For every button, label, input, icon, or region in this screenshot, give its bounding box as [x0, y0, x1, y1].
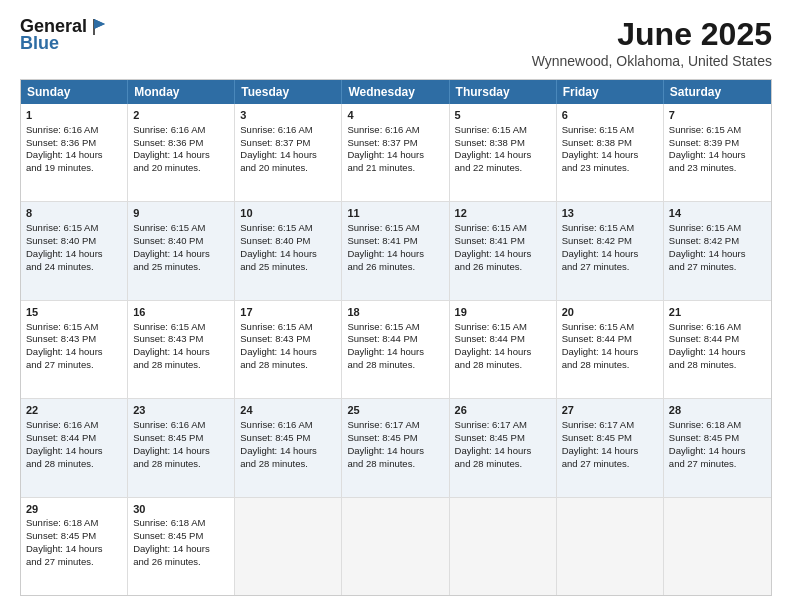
day-cell-21: 21Sunrise: 6:16 AMSunset: 8:44 PMDayligh… — [664, 301, 771, 398]
day-number: 6 — [562, 108, 658, 123]
calendar-body: 1Sunrise: 6:16 AMSunset: 8:36 PMDaylight… — [21, 104, 771, 595]
day-info-line: Daylight: 14 hours — [562, 346, 658, 359]
calendar-row-4: 22Sunrise: 6:16 AMSunset: 8:44 PMDayligh… — [21, 399, 771, 497]
day-info-line: and 28 minutes. — [562, 359, 658, 372]
day-info-line: Sunrise: 6:15 AM — [669, 222, 766, 235]
day-number: 28 — [669, 403, 766, 418]
day-info-line: and 24 minutes. — [26, 261, 122, 274]
header-day-sunday: Sunday — [21, 80, 128, 104]
day-info-line: Sunrise: 6:16 AM — [133, 419, 229, 432]
day-info-line: Daylight: 14 hours — [455, 248, 551, 261]
day-info-line: Daylight: 14 hours — [562, 445, 658, 458]
calendar-row-5: 29Sunrise: 6:18 AMSunset: 8:45 PMDayligh… — [21, 498, 771, 595]
day-info-line: Daylight: 14 hours — [26, 445, 122, 458]
day-info-line: Sunset: 8:45 PM — [562, 432, 658, 445]
day-number: 29 — [26, 502, 122, 517]
day-info-line: Sunset: 8:36 PM — [133, 137, 229, 150]
day-cell-28: 28Sunrise: 6:18 AMSunset: 8:45 PMDayligh… — [664, 399, 771, 496]
day-info-line: Sunrise: 6:18 AM — [669, 419, 766, 432]
day-info-line: Sunrise: 6:15 AM — [455, 124, 551, 137]
day-info-line: Sunset: 8:45 PM — [455, 432, 551, 445]
day-info-line: Sunrise: 6:16 AM — [26, 419, 122, 432]
day-info-line: Sunrise: 6:15 AM — [455, 321, 551, 334]
day-number: 19 — [455, 305, 551, 320]
day-info-line: Sunrise: 6:18 AM — [133, 517, 229, 530]
day-info-line: Sunrise: 6:17 AM — [455, 419, 551, 432]
day-info-line: Daylight: 14 hours — [133, 149, 229, 162]
empty-cell — [664, 498, 771, 595]
day-cell-24: 24Sunrise: 6:16 AMSunset: 8:45 PMDayligh… — [235, 399, 342, 496]
day-info-line: Sunset: 8:42 PM — [562, 235, 658, 248]
day-cell-15: 15Sunrise: 6:15 AMSunset: 8:43 PMDayligh… — [21, 301, 128, 398]
day-info-line: Sunset: 8:37 PM — [240, 137, 336, 150]
calendar-row-1: 1Sunrise: 6:16 AMSunset: 8:36 PMDaylight… — [21, 104, 771, 202]
day-info-line: Sunrise: 6:15 AM — [669, 124, 766, 137]
header: General Blue June 2025 Wynnewood, Oklaho… — [20, 16, 772, 69]
day-info-line: Daylight: 14 hours — [133, 346, 229, 359]
day-info-line: and 26 minutes. — [347, 261, 443, 274]
day-info-line: Sunrise: 6:15 AM — [347, 222, 443, 235]
day-info-line: and 21 minutes. — [347, 162, 443, 175]
day-info-line: Sunset: 8:39 PM — [669, 137, 766, 150]
day-info-line: Sunset: 8:41 PM — [455, 235, 551, 248]
day-cell-11: 11Sunrise: 6:15 AMSunset: 8:41 PMDayligh… — [342, 202, 449, 299]
day-info-line: Daylight: 14 hours — [669, 346, 766, 359]
svg-marker-2 — [94, 19, 105, 29]
header-day-saturday: Saturday — [664, 80, 771, 104]
day-info-line: Daylight: 14 hours — [455, 445, 551, 458]
day-number: 27 — [562, 403, 658, 418]
day-number: 4 — [347, 108, 443, 123]
day-info-line: Sunrise: 6:16 AM — [347, 124, 443, 137]
day-info-line: Sunset: 8:40 PM — [133, 235, 229, 248]
day-info-line: and 28 minutes. — [455, 458, 551, 471]
day-number: 16 — [133, 305, 229, 320]
day-cell-1: 1Sunrise: 6:16 AMSunset: 8:36 PMDaylight… — [21, 104, 128, 201]
day-info-line: Sunset: 8:40 PM — [240, 235, 336, 248]
day-info-line: Daylight: 14 hours — [240, 445, 336, 458]
day-info-line: and 27 minutes. — [562, 261, 658, 274]
header-day-tuesday: Tuesday — [235, 80, 342, 104]
day-info-line: Daylight: 14 hours — [347, 445, 443, 458]
empty-cell — [342, 498, 449, 595]
day-info-line: and 28 minutes. — [347, 458, 443, 471]
day-info-line: Daylight: 14 hours — [26, 346, 122, 359]
day-info-line: Daylight: 14 hours — [562, 248, 658, 261]
day-number: 18 — [347, 305, 443, 320]
day-info-line: Sunset: 8:41 PM — [347, 235, 443, 248]
day-cell-7: 7Sunrise: 6:15 AMSunset: 8:39 PMDaylight… — [664, 104, 771, 201]
day-info-line: Daylight: 14 hours — [669, 445, 766, 458]
day-info-line: and 28 minutes. — [455, 359, 551, 372]
day-info-line: Sunset: 8:45 PM — [669, 432, 766, 445]
day-info-line: Sunrise: 6:15 AM — [455, 222, 551, 235]
day-info-line: Sunrise: 6:16 AM — [240, 124, 336, 137]
day-info-line: Sunrise: 6:17 AM — [562, 419, 658, 432]
day-info-line: Daylight: 14 hours — [562, 149, 658, 162]
day-cell-13: 13Sunrise: 6:15 AMSunset: 8:42 PMDayligh… — [557, 202, 664, 299]
day-number: 20 — [562, 305, 658, 320]
day-info-line: and 23 minutes. — [562, 162, 658, 175]
day-cell-5: 5Sunrise: 6:15 AMSunset: 8:38 PMDaylight… — [450, 104, 557, 201]
day-info-line: Sunrise: 6:15 AM — [240, 321, 336, 334]
day-info-line: Sunset: 8:36 PM — [26, 137, 122, 150]
day-info-line: Daylight: 14 hours — [26, 543, 122, 556]
day-info-line: and 28 minutes. — [133, 359, 229, 372]
day-info-line: Sunset: 8:45 PM — [240, 432, 336, 445]
day-info-line: Sunrise: 6:16 AM — [669, 321, 766, 334]
day-info-line: and 25 minutes. — [133, 261, 229, 274]
day-number: 11 — [347, 206, 443, 221]
day-number: 10 — [240, 206, 336, 221]
day-info-line: Sunset: 8:44 PM — [562, 333, 658, 346]
day-cell-4: 4Sunrise: 6:16 AMSunset: 8:37 PMDaylight… — [342, 104, 449, 201]
day-info-line: and 26 minutes. — [133, 556, 229, 569]
day-cell-27: 27Sunrise: 6:17 AMSunset: 8:45 PMDayligh… — [557, 399, 664, 496]
day-number: 3 — [240, 108, 336, 123]
day-number: 9 — [133, 206, 229, 221]
day-info-line: Daylight: 14 hours — [669, 149, 766, 162]
day-info-line: and 20 minutes. — [240, 162, 336, 175]
day-info-line: Daylight: 14 hours — [26, 248, 122, 261]
logo-flag-icon — [91, 17, 111, 37]
day-cell-30: 30Sunrise: 6:18 AMSunset: 8:45 PMDayligh… — [128, 498, 235, 595]
day-info-line: Sunrise: 6:15 AM — [562, 124, 658, 137]
month-title: June 2025 — [532, 16, 772, 53]
title-area: June 2025 Wynnewood, Oklahoma, United St… — [532, 16, 772, 69]
